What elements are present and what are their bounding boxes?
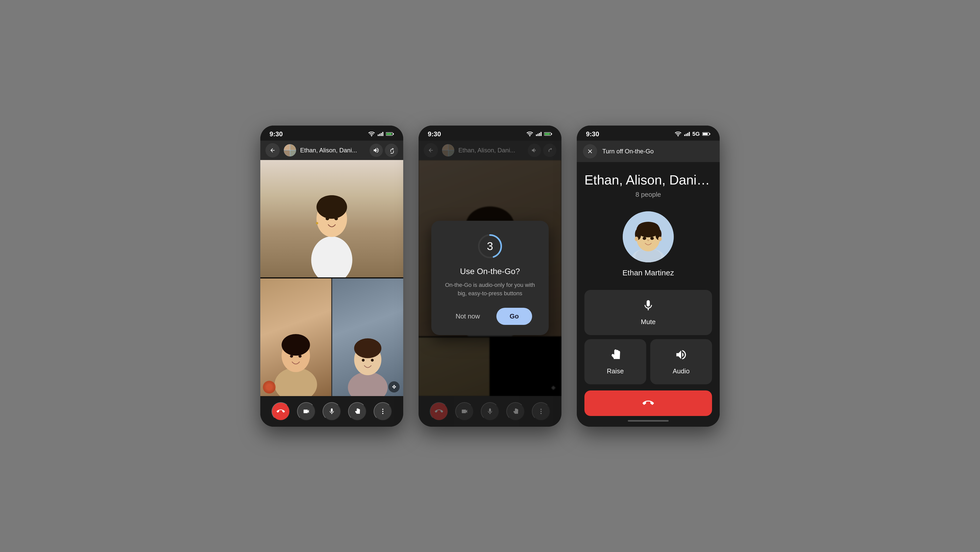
svg-point-32 (382, 413, 383, 414)
svg-point-21 (290, 355, 293, 358)
contact-avatar (623, 211, 674, 262)
more-button-1[interactable] (374, 402, 392, 421)
phone-2: 9:30 (418, 126, 562, 427)
back-button-2 (424, 143, 438, 157)
signal-icon-3 (684, 131, 690, 137)
avatar-cell-3 (284, 150, 290, 156)
svg-point-12 (318, 195, 346, 213)
dialog-title: Use On-the-Go? (444, 267, 536, 276)
otg-header: Turn off On-the-Go (577, 141, 720, 162)
mute-row: Mute (584, 290, 712, 335)
svg-rect-6 (387, 133, 392, 135)
close-button-3[interactable] (583, 144, 597, 159)
audio-label: Audio (673, 367, 690, 375)
back-button-1[interactable] (266, 143, 280, 157)
video-cell-top-1 (260, 160, 403, 278)
dialog-description: On-the-Go is audio-only for you with big… (444, 281, 536, 297)
avatar-cell-5 (442, 144, 448, 150)
status-bar-2: 9:30 (418, 126, 562, 141)
not-now-button[interactable]: Not now (448, 308, 487, 325)
wifi-icon (368, 131, 375, 137)
speaker-button-2 (528, 144, 541, 157)
end-call-button-3[interactable] (584, 390, 712, 416)
countdown-circle: 3 (477, 234, 503, 259)
mute-label: Mute (641, 318, 655, 326)
go-button[interactable]: Go (496, 308, 532, 325)
more-button-2 (532, 402, 550, 421)
dialog-actions: Not now Go (444, 308, 536, 325)
mute-button[interactable]: Mute (584, 290, 712, 335)
battery-icon-2 (544, 132, 552, 136)
rotate-button-2 (543, 144, 556, 157)
dialog-overlay: 3 Use On-the-Go? On-the-Go is audio-only… (418, 160, 562, 396)
group-name-1: Ethan, Alison, Dani... (300, 147, 366, 154)
status-icons-1 (368, 131, 394, 137)
on-the-go-dialog: 3 Use On-the-Go? On-the-Go is audio-only… (431, 221, 549, 335)
camera-notch (638, 126, 659, 130)
people-count: 8 people (635, 191, 661, 199)
group-name-2: Ethan, Alison, Dani... (458, 147, 524, 154)
raise-hand-button-1[interactable] (348, 402, 366, 421)
video-sub-left-1 (260, 278, 331, 396)
svg-point-13 (326, 217, 329, 220)
svg-point-28 (362, 359, 365, 362)
raise-icon (609, 348, 622, 364)
battery-icon-3 (702, 132, 711, 136)
svg-point-27 (355, 339, 380, 354)
avatar-cell-7 (442, 150, 448, 156)
svg-rect-56 (689, 132, 690, 136)
video-button-1[interactable] (297, 402, 315, 421)
countdown-number: 3 (487, 240, 493, 253)
svg-point-15 (316, 222, 318, 224)
raise-audio-row: Raise Audio (584, 339, 712, 384)
nav-actions-1 (369, 144, 398, 157)
call-controls-2 (418, 396, 562, 427)
svg-rect-55 (687, 133, 688, 136)
avatar-cell-8 (449, 150, 455, 156)
rotate-button-1[interactable] (385, 144, 398, 157)
svg-point-20 (283, 336, 309, 352)
status-icons-3: 5G (675, 130, 711, 137)
video-sub-right-1: ✥ (332, 278, 403, 396)
svg-rect-39 (545, 133, 550, 135)
svg-rect-54 (686, 134, 687, 136)
avatar-cell-4 (290, 150, 296, 156)
end-call-button-1[interactable] (272, 402, 290, 421)
svg-rect-36 (539, 133, 540, 136)
move-icon-1[interactable]: ✥ (388, 381, 400, 393)
svg-point-14 (334, 217, 338, 220)
raise-hand-button-3[interactable]: Raise (584, 339, 646, 384)
video-button-2 (455, 402, 474, 421)
mic-button-1[interactable] (323, 402, 341, 421)
svg-rect-40 (551, 133, 552, 135)
phone-1: 9:30 (260, 126, 403, 427)
nav-bar-2: Ethan, Alison, Dani... (418, 141, 562, 160)
svg-point-69 (643, 237, 646, 240)
svg-point-33 (529, 135, 530, 137)
mic-button-2 (481, 402, 499, 421)
phone-3: 9:30 5G Turn (577, 126, 720, 427)
5g-badge: 5G (692, 130, 700, 137)
svg-point-50 (541, 410, 542, 412)
avatar-cell-2 (290, 144, 296, 150)
person-svg-1 (285, 166, 378, 277)
speaker-button-1[interactable] (369, 144, 383, 157)
svg-rect-37 (541, 132, 542, 136)
svg-rect-2 (379, 134, 380, 136)
raise-hand-button-2 (506, 402, 525, 421)
wifi-icon-3 (675, 131, 682, 137)
call-controls-1 (260, 396, 403, 427)
svg-point-0 (371, 135, 372, 137)
video-grid-1: ✥ (260, 160, 403, 396)
group-avatar-1 (284, 144, 296, 156)
audio-button[interactable]: Audio (650, 339, 712, 384)
person-svg-3 (339, 284, 396, 396)
raise-label: Raise (607, 367, 624, 375)
home-indicator (628, 420, 669, 422)
svg-point-22 (299, 355, 302, 358)
svg-point-72 (658, 237, 662, 241)
call-name-big: Ethan, Alison, Daniela. (584, 172, 712, 188)
svg-rect-35 (538, 134, 538, 136)
svg-point-70 (650, 237, 654, 240)
turn-off-label[interactable]: Turn off On-the-Go (602, 148, 654, 155)
